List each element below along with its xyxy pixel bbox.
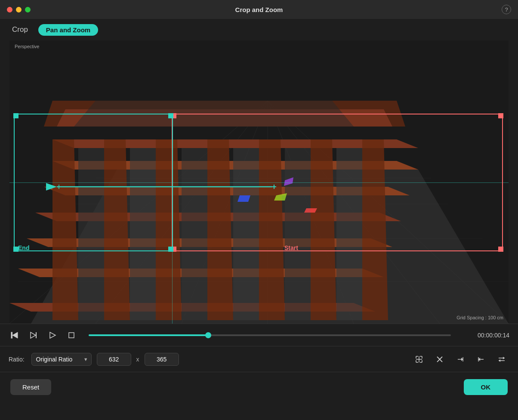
stop-button[interactable]	[65, 329, 77, 341]
play-button[interactable]	[46, 329, 59, 341]
window-controls[interactable]	[7, 7, 31, 12]
snap-right-icon-btn[interactable]	[453, 352, 468, 367]
svg-rect-50	[69, 333, 74, 338]
svg-marker-47	[31, 332, 36, 338]
crop-button[interactable]: Crop	[9, 24, 31, 36]
step-back-button[interactable]	[9, 329, 21, 341]
ok-button[interactable]: OK	[464, 379, 508, 395]
width-input[interactable]	[97, 353, 131, 366]
time-display: 00:00:00:14	[462, 332, 509, 339]
timeline-slider[interactable]	[89, 334, 451, 336]
ratio-label: Ratio:	[9, 356, 25, 363]
playback-bar: 00:00:00:14	[0, 324, 518, 346]
close-icon-btn[interactable]	[432, 352, 447, 367]
grid-spacing-label: Grid Spacing : 100 cm	[456, 315, 503, 320]
snap-left-icon-btn[interactable]	[473, 352, 489, 367]
close-icon	[436, 356, 443, 363]
footer-bar: Reset OK	[0, 372, 518, 402]
perspective-label: Perspective	[15, 44, 39, 49]
play-forward-button[interactable]	[28, 329, 40, 341]
maximize-button[interactable]	[25, 7, 31, 12]
snap-left-icon	[477, 355, 485, 363]
timeline-thumb[interactable]	[205, 332, 211, 338]
svg-marker-72	[499, 359, 500, 362]
pan-zoom-button[interactable]: Pan and Zoom	[38, 24, 98, 36]
step-back-icon	[10, 331, 19, 340]
swap-icon-btn[interactable]	[494, 352, 509, 367]
title-bar: Crop and Zoom ?	[0, 0, 518, 19]
play-icon	[48, 331, 57, 340]
svg-marker-70	[503, 357, 505, 359]
svg-marker-46	[12, 332, 18, 338]
ratio-dropdown-wrapper: Original Ratio 16:9 4:3 1:1 9:16 Custom …	[31, 353, 92, 366]
toolbar: Crop Pan and Zoom	[0, 19, 518, 40]
timeline-fill	[89, 334, 208, 336]
start-corner-tr	[498, 113, 503, 118]
end-corner-tr	[168, 113, 173, 118]
end-label: End	[18, 244, 29, 251]
window-title: Crop and Zoom	[235, 6, 283, 13]
bottom-controls: Ratio: Original Ratio 16:9 4:3 1:1 9:16 …	[0, 346, 518, 372]
svg-marker-49	[50, 332, 56, 338]
video-area: Perspective Grid Spacing : 100 cm Start …	[9, 40, 509, 324]
snap-right-icon	[456, 355, 464, 363]
start-label: Start	[284, 244, 298, 251]
close-button[interactable]	[7, 7, 12, 12]
stop-icon	[67, 331, 76, 340]
ratio-select[interactable]: Original Ratio 16:9 4:3 1:1 9:16 Custom	[31, 353, 92, 366]
maximize-icon	[415, 355, 423, 363]
start-corner-br	[498, 247, 503, 252]
pan-arrow	[31, 174, 289, 200]
height-input[interactable]	[145, 353, 179, 366]
dimension-x-label: x	[136, 356, 139, 363]
minimize-button[interactable]	[16, 7, 22, 12]
play-forward-icon	[29, 331, 38, 340]
help-button[interactable]: ?	[502, 5, 511, 14]
swap-icon	[498, 355, 506, 363]
end-corner-tl	[13, 113, 18, 118]
end-corner-br	[168, 247, 173, 252]
maximize-icon-btn[interactable]	[411, 352, 427, 367]
reset-button[interactable]: Reset	[10, 379, 51, 395]
